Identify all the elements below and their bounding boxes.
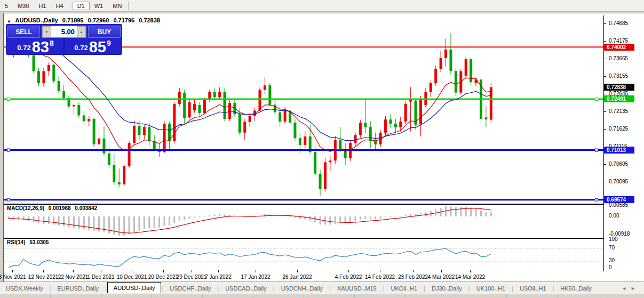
macd-histogram-bar <box>380 216 381 219</box>
tab-usdcnh-daily[interactable]: USDCNH-,Daily <box>275 284 329 293</box>
window-edge <box>0 294 644 298</box>
buy-price[interactable]: 0.72 85 9 <box>65 38 121 54</box>
line-handle[interactable] <box>7 149 10 151</box>
timeframe-button-5[interactable]: 5 <box>0 2 13 10</box>
candle-body <box>279 112 281 122</box>
x-axis-label: 1 Dec 2021 <box>87 274 114 280</box>
rsi-panel-canvas[interactable] <box>4 238 604 271</box>
macd-axis-label: 0.00 <box>609 213 619 219</box>
candle-body <box>465 59 467 76</box>
rsi-axis-label: 100 <box>609 236 618 242</box>
ohlc-open: 0.71895 <box>62 17 84 23</box>
candle-body <box>359 123 362 135</box>
macd-histogram-bar <box>214 215 216 216</box>
volume-decrease-icon[interactable]: ▼ <box>42 26 51 37</box>
candle-body <box>102 139 105 154</box>
candle-body <box>374 141 377 144</box>
y-axis-tick <box>604 23 606 24</box>
x-axis-label: 3 Nov 2021 <box>0 274 26 280</box>
time-axis[interactable]: 3 Nov 202112 Nov 202122 Nov 20211 Dec 20… <box>4 270 603 282</box>
sell-button[interactable]: SELL <box>7 26 40 38</box>
x-axis-label: 14 Feb 2022 <box>365 274 395 280</box>
macd-histogram-bar <box>158 216 160 228</box>
y-axis-label: 0.71625 <box>609 126 628 132</box>
buy-price-base: 0.72 <box>74 44 88 52</box>
candle-body <box>33 55 35 71</box>
macd-histogram-bar <box>38 216 39 223</box>
macd-histogram-bar <box>73 216 75 228</box>
macd-histogram-bar <box>450 206 451 216</box>
x-axis-tick <box>73 270 74 272</box>
candle-body <box>62 91 65 98</box>
macd-histogram-bar <box>184 216 185 220</box>
line-handle[interactable] <box>595 198 598 201</box>
macd-histogram-bar <box>284 216 286 216</box>
candle-body <box>118 182 121 184</box>
x-axis-tick <box>470 270 471 272</box>
candle-body <box>238 114 241 133</box>
tab-usdcad-daily[interactable]: USDCAD-,Daily <box>219 284 273 293</box>
volume-increase-icon[interactable]: ▲ <box>77 26 86 37</box>
price-tag: 0.72838 <box>604 84 634 91</box>
macd-histogram-bar <box>385 216 386 218</box>
x-axis-tick <box>163 270 164 272</box>
sell-price[interactable]: 0.72 83 8 <box>7 38 65 54</box>
macd-histogram-bar <box>219 214 220 216</box>
price-axis[interactable]: 0.746850.741750.736650.731550.726450.721… <box>604 15 644 270</box>
toolbar-separator <box>70 2 71 10</box>
tab-scroll-right-icon[interactable]: ► <box>631 286 640 291</box>
line-handle[interactable] <box>7 98 10 100</box>
macd-label: MACD(12,26,9) <box>7 205 44 211</box>
tab-audusd-daily[interactable]: AUDUSD-,Daily <box>107 282 162 293</box>
line-handle[interactable] <box>7 198 10 201</box>
tab-scroll-left-icon[interactable]: ◄ <box>622 286 631 291</box>
tab-hk50-daily[interactable]: HK50-,Daily <box>554 284 598 293</box>
macd-histogram-bar <box>148 216 150 228</box>
tab-eurusd-daily[interactable]: EURUSD-,Daily <box>51 284 105 293</box>
candle-body <box>449 50 452 71</box>
macd-histogram-bar <box>224 215 226 216</box>
macd-histogram-bar <box>173 216 175 223</box>
macd-histogram-bar <box>18 216 19 220</box>
macd-histogram-bar <box>108 216 110 233</box>
chart-tabs: USDX,Weekly|EURUSD-,Daily|AUDUSD-,Daily|… <box>0 281 644 294</box>
macd-histogram-bar <box>480 211 482 216</box>
candle-body <box>404 104 407 122</box>
macd-histogram-bar <box>98 216 100 231</box>
ohlc-high: 0.72960 <box>88 17 109 23</box>
candle-body <box>108 154 110 165</box>
timeframe-button-m30[interactable]: M30 <box>13 2 34 10</box>
tab-scroll-arrows: ◄► <box>622 286 640 291</box>
buy-button[interactable]: BUY <box>88 26 121 38</box>
tab-usdx-weekly[interactable]: USDX,Weekly <box>0 284 49 293</box>
macd-histogram-bar <box>58 216 60 225</box>
macd-histogram-bar <box>389 216 391 217</box>
macd-histogram-bar <box>118 216 120 236</box>
timeframe-button-w1[interactable]: W1 <box>90 2 108 10</box>
candle-body <box>228 103 231 119</box>
macd-histogram-bar <box>395 216 396 217</box>
timeframe-button-mn[interactable]: MN <box>108 2 126 10</box>
tab-xauusd-m15[interactable]: XAUUSD-,M15 <box>331 284 383 293</box>
volume-input[interactable]: 5.00 <box>51 26 77 37</box>
tab-usdchf-daily[interactable]: USDCHF-,Daily <box>164 284 217 293</box>
y-axis-tick <box>604 59 606 59</box>
line-handle[interactable] <box>595 149 598 151</box>
price-tag: 0.69574 <box>604 196 634 203</box>
candle-body <box>430 83 432 92</box>
candle-body <box>399 122 402 127</box>
candle-body <box>37 71 40 84</box>
timeframe-button-h1[interactable]: H1 <box>34 2 51 10</box>
timeframe-button-h4[interactable]: H4 <box>51 2 68 10</box>
macd-histogram-bar <box>23 216 25 220</box>
tab-ukoil-h1[interactable]: UKOil-,H1 <box>385 284 424 293</box>
candle-body <box>77 105 80 115</box>
macd-histogram-bar <box>204 216 205 217</box>
candle-body <box>52 65 55 81</box>
tab-dj30-daily[interactable]: DJ30-,Daily <box>426 284 468 293</box>
line-handle[interactable] <box>595 98 598 100</box>
tab-usoil-h1[interactable]: USOil-,H1 <box>514 284 552 293</box>
candle-body <box>264 85 266 90</box>
tab-uk100-h1[interactable]: UK100-,H1 <box>471 284 511 293</box>
timeframe-button-d1[interactable]: D1 <box>73 2 90 10</box>
